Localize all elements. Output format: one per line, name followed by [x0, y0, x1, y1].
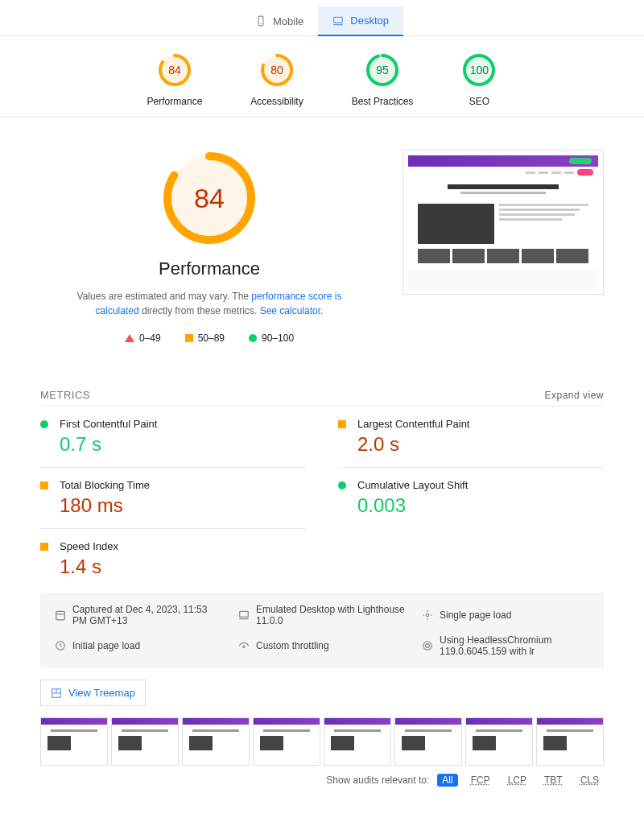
- filter-all[interactable]: All: [437, 774, 457, 787]
- filmstrip-frame[interactable]: [324, 717, 391, 766]
- gauge-seo[interactable]: 100 SEO: [461, 52, 497, 107]
- desktop-icon: [332, 15, 344, 27]
- metric-row: Largest Contentful Paint2.0 s: [338, 407, 604, 467]
- svg-rect-16: [240, 611, 249, 617]
- filmstrip-frame[interactable]: [182, 717, 250, 766]
- see-calculator-link[interactable]: See calculator: [260, 305, 320, 316]
- svg-point-18: [426, 614, 429, 617]
- filter-lcp[interactable]: LCP: [503, 774, 531, 787]
- tab-desktop[interactable]: Desktop: [318, 6, 403, 36]
- metric-row: Speed Index1.4 s: [40, 528, 306, 589]
- filmstrip: [40, 717, 604, 766]
- green-status-icon: [338, 481, 348, 491]
- orange-status-icon: [338, 420, 348, 430]
- env-info-item: Emulated Desktop with Lighthouse 11.0.0: [238, 604, 406, 626]
- mobile-icon: [255, 15, 266, 27]
- gauge-accessibility[interactable]: 80 Accessibility: [250, 52, 303, 107]
- svg-point-20: [243, 646, 245, 647]
- gauge-row: 84 Performance 80 Accessibility 95 Best …: [0, 36, 644, 118]
- env-info-item: Using HeadlessChromium 119.0.6045.159 wi…: [422, 634, 589, 657]
- filmstrip-frame[interactable]: [536, 717, 604, 766]
- metric-row: Cumulative Layout Shift0.003: [338, 467, 604, 528]
- metric-row: Total Blocking Time180 ms: [40, 467, 306, 528]
- screenshot-preview: [402, 150, 604, 295]
- performance-title: Performance: [159, 258, 260, 279]
- filmstrip-frame[interactable]: [465, 717, 533, 766]
- svg-point-22: [426, 644, 430, 648]
- device-tabs: Mobile Desktop: [0, 0, 644, 36]
- hero: 84 Performance Values are estimated and …: [0, 118, 644, 376]
- view-treemap-button[interactable]: View Treemap: [40, 680, 146, 706]
- orange-status-icon: [40, 543, 50, 552]
- performance-desc: Values are estimated and may vary. The p…: [64, 289, 354, 318]
- fail-icon: [125, 334, 134, 342]
- metrics-grid: First Contentful Paint0.7 s Largest Cont…: [40, 407, 604, 589]
- metric-row: First Contentful Paint0.7 s: [40, 407, 306, 467]
- env-info-item: Single page load: [422, 604, 589, 626]
- expand-view-link[interactable]: Expand view: [544, 390, 604, 401]
- performance-gauge-large: 84: [161, 150, 258, 246]
- orange-status-icon: [40, 481, 50, 491]
- legend: 0–49 50–89 90–100: [125, 333, 294, 344]
- filter-fcp[interactable]: FCP: [466, 774, 495, 787]
- filter-tbt[interactable]: TBT: [539, 774, 568, 787]
- green-status-icon: [40, 420, 50, 430]
- treemap-icon: [51, 688, 62, 699]
- filmstrip-frame[interactable]: [111, 717, 179, 766]
- filmstrip-frame[interactable]: [40, 717, 108, 766]
- env-info-item: Custom throttling: [238, 634, 406, 657]
- filter-cls[interactable]: CLS: [576, 774, 604, 787]
- audit-filter: Show audits relevant to: All FCP LCP TBT…: [40, 766, 604, 795]
- environment-info: Captured at Dec 4, 2023, 11:53 PM GMT+13…: [40, 593, 604, 668]
- tab-desktop-label: Desktop: [350, 14, 389, 27]
- metrics-header: METRICS Expand view: [40, 384, 604, 407]
- env-info-item: Initial page load: [55, 634, 222, 657]
- tab-mobile-label: Mobile: [273, 15, 303, 27]
- svg-point-21: [423, 642, 432, 651]
- env-info-item: Captured at Dec 4, 2023, 11:53 PM GMT+13: [55, 604, 222, 626]
- gauge-best-practices[interactable]: 95 Best Practices: [352, 52, 414, 107]
- filmstrip-frame[interactable]: [253, 717, 320, 766]
- opportunities-header: OPPORTUNITIES: [40, 811, 604, 818]
- performance-score: 84: [194, 183, 225, 214]
- pass-icon: [249, 334, 257, 342]
- avg-icon: [185, 334, 193, 342]
- filmstrip-frame[interactable]: [394, 717, 462, 766]
- svg-rect-2: [334, 17, 343, 23]
- gauge-performance[interactable]: 84 Performance: [147, 52, 203, 107]
- svg-rect-14: [56, 611, 65, 620]
- tab-mobile[interactable]: Mobile: [241, 6, 318, 35]
